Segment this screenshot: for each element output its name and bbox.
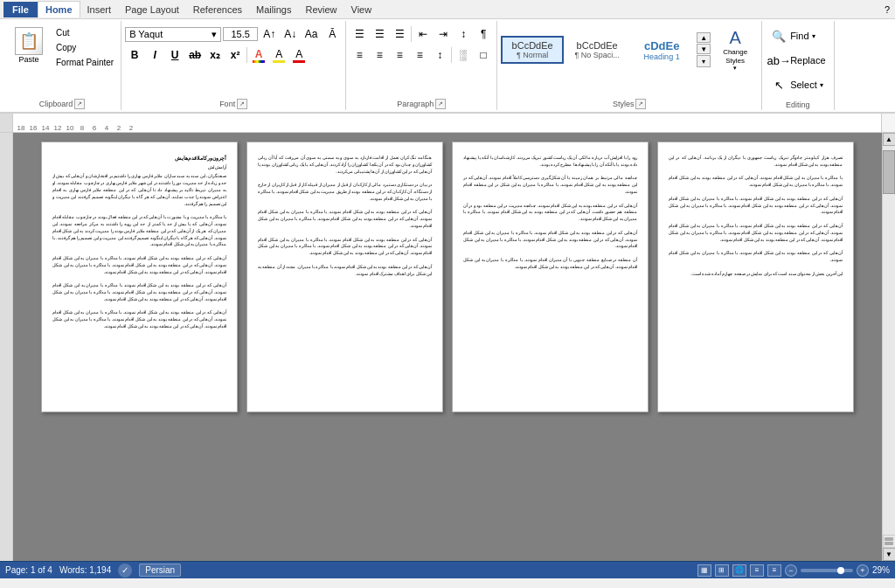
clipboard-label: Clipboard ↗ <box>3 99 121 109</box>
spell-check-button[interactable]: ✓ <box>118 564 132 578</box>
print-layout-button[interactable]: ▦ <box>697 564 711 577</box>
align-left-button[interactable]: ≡ <box>350 45 369 65</box>
format-painter-button[interactable]: Format Painter <box>52 56 117 69</box>
align-right-button[interactable]: ≡ <box>390 45 409 65</box>
styles-scroll-up[interactable]: ▲ <box>697 32 711 43</box>
replace-button[interactable]: ab→ Replace <box>766 49 829 72</box>
tab-home[interactable]: Home <box>38 1 80 17</box>
tab-review[interactable]: Review <box>298 2 343 17</box>
web-layout-button[interactable]: 🌐 <box>732 564 746 577</box>
italic-button[interactable]: I <box>145 45 164 65</box>
font-color-button[interactable]: A <box>289 45 309 65</box>
nospace-preview: bCcDdEe <box>574 40 620 51</box>
tab-insert[interactable]: Insert <box>80 2 119 17</box>
ruler-mark: 4 <box>101 124 113 132</box>
clipboard-expand[interactable]: ↗ <box>74 99 85 109</box>
font-size-input[interactable]: 15.5 <box>223 27 258 41</box>
page-3: رود را با افزایش آب درباره مالکی آن یک ر… <box>452 142 649 412</box>
help-button[interactable]: ? <box>879 2 895 17</box>
increase-indent-button[interactable]: ⇥ <box>434 24 453 44</box>
ruler-marks: 18 16 14 12 10 8 6 4 2 2 <box>13 114 881 132</box>
font-expand[interactable]: ↗ <box>237 99 247 109</box>
paste-label: Paste <box>18 55 38 64</box>
find-icon: 🔍 <box>770 27 787 45</box>
ruler-mark: 16 <box>27 124 39 132</box>
draft-view-button[interactable]: ≡ <box>767 564 781 577</box>
paragraph-label: Paragraph ↗ <box>346 99 496 109</box>
underline-button[interactable]: U <box>165 45 184 65</box>
strikethrough-button[interactable]: ab <box>185 45 205 65</box>
styles-scroll-more[interactable]: ▾ <box>697 55 711 67</box>
page1-content: صنعتگران، این سند به سبد سازان ملایر فار… <box>52 173 226 329</box>
increase-font-button[interactable]: A↑ <box>260 24 279 44</box>
scroll-down-button[interactable]: ▼ <box>883 548 896 561</box>
sort-button[interactable]: ↕ <box>454 24 473 44</box>
multilevel-button[interactable]: ☰ <box>390 24 409 44</box>
zoom-out-button[interactable]: − <box>785 564 797 577</box>
paste-button[interactable]: 📋 Paste <box>7 24 51 66</box>
justify-button[interactable]: ≡ <box>410 45 429 65</box>
paragraph-expand[interactable]: ↗ <box>435 99 446 109</box>
tab-page-layout[interactable]: Page Layout <box>118 2 186 17</box>
styles-label: Styles ↗ <box>497 99 761 109</box>
language-button[interactable]: Persian <box>139 564 181 577</box>
highlight-button[interactable]: A <box>269 45 288 65</box>
borders-button[interactable]: □ <box>474 45 493 65</box>
superscript-button[interactable]: x² <box>225 45 245 65</box>
page3-content: رود را با افزایش آب درباره مالکی آن یک ر… <box>463 155 637 271</box>
tab-view[interactable]: View <box>344 2 379 17</box>
subscript-button[interactable]: x₂ <box>205 45 225 65</box>
page-4: تصرف هزار کیلومتر جادوگر تبریک ریاست جمه… <box>657 142 854 412</box>
numbering-button[interactable]: ☰ <box>370 24 389 44</box>
style-heading1[interactable]: cDdEe Heading 1 <box>630 35 693 66</box>
scrollbar-track[interactable] <box>883 146 895 535</box>
nospace-label: ¶ No Spaci... <box>574 51 620 59</box>
show-marks-button[interactable]: ¶ <box>474 24 493 44</box>
decrease-font-button[interactable]: A↓ <box>281 24 300 44</box>
decrease-indent-button[interactable]: ⇤ <box>413 24 433 44</box>
scrollbar-thumb[interactable] <box>883 150 895 194</box>
text-effects-button[interactable]: A <box>249 45 268 65</box>
replace-icon: ab→ <box>770 52 787 69</box>
clear-formatting-button[interactable]: Ā <box>323 24 342 44</box>
change-case-button[interactable]: Aa <box>302 24 321 44</box>
zoom-slider[interactable] <box>801 569 853 572</box>
align-center-button[interactable]: ≡ <box>370 45 389 65</box>
change-styles-icon: A <box>729 28 740 48</box>
find-button[interactable]: 🔍 Find ▾ <box>766 24 829 47</box>
font-name-selector[interactable]: B Yaqut▾ <box>125 27 221 42</box>
vertical-scrollbar[interactable]: ▲ ▼ <box>882 133 895 561</box>
styles-expand[interactable]: ↗ <box>635 99 646 109</box>
tab-file[interactable]: File <box>3 2 38 17</box>
outline-view-button[interactable]: ≡ <box>750 564 764 577</box>
page-nav-buttons[interactable] <box>883 535 896 548</box>
editing-label: Editing <box>762 100 833 109</box>
styles-scroll-down[interactable]: ▼ <box>697 44 711 54</box>
page1-title: آچرون‌ورکاملاقدم‌هایش <box>52 155 226 163</box>
bullets-button[interactable]: ☰ <box>350 24 369 44</box>
clipboard-group: 📋 Paste Cut Copy Format Painter Clipboar… <box>3 21 121 110</box>
full-reading-button[interactable]: ⊞ <box>715 564 729 577</box>
page-2: هنگامه تنگ کران تعمل از اقامت فارنارد به… <box>246 142 443 412</box>
select-button[interactable]: ↖ Select ▾ <box>766 73 829 96</box>
normal-label: ¶ Normal <box>510 51 555 59</box>
pages-container[interactable]: آچرون‌ورکاملاقدم‌هایش آرامش‌لش صنعتگران،… <box>13 133 882 561</box>
font-group: B Yaqut▾ 15.5 A↑ A↓ Aa Ā B I U ab x₂ x² … <box>121 21 346 110</box>
style-nospace[interactable]: bCcDdEe ¶ No Spaci... <box>565 36 628 64</box>
scroll-up-button[interactable]: ▲ <box>883 133 896 146</box>
tab-mailings[interactable]: Mailings <box>249 2 298 17</box>
tab-references[interactable]: References <box>186 2 249 17</box>
change-styles-button[interactable]: A ChangeStyles ▾ <box>712 24 758 75</box>
zoom-in-button[interactable]: + <box>857 564 869 577</box>
select-icon: ↖ <box>770 76 787 93</box>
bold-button[interactable]: B <box>125 45 144 65</box>
style-normal[interactable]: bCcDdEe ¶ Normal <box>501 36 564 64</box>
ruler-mark: 18 <box>15 124 27 132</box>
zoom-thumb[interactable] <box>837 567 844 574</box>
change-styles-arrow: ▾ <box>733 65 737 72</box>
copy-button[interactable]: Copy <box>52 41 117 54</box>
shading-button[interactable]: ░ <box>454 45 473 65</box>
cut-button[interactable]: Cut <box>52 26 117 39</box>
horizontal-ruler: 18 16 14 12 10 8 6 4 2 2 <box>13 114 882 132</box>
line-spacing-button[interactable]: ↕ <box>430 45 449 65</box>
